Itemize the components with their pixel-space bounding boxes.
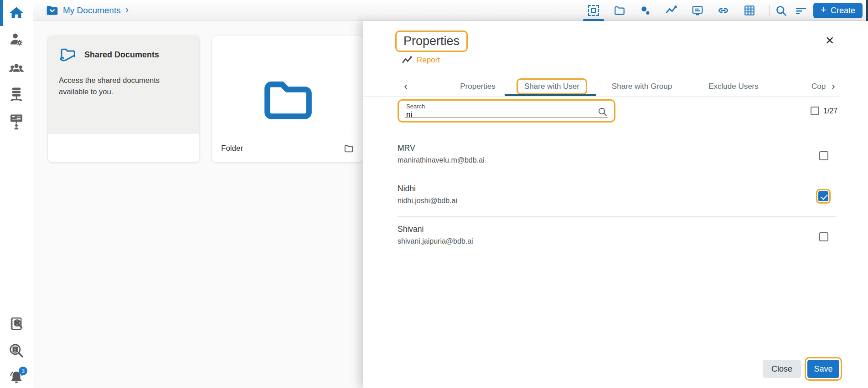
user-email: nidhi.joshi@bdb.ai <box>398 197 836 205</box>
search-magnifier-icon[interactable] <box>597 107 608 117</box>
breadcrumb-label: My Documents <box>63 5 121 15</box>
folder-large-icon <box>261 77 315 121</box>
select-all-checkbox[interactable] <box>811 107 819 115</box>
panel-tabs: ‹ Properties Share with User Share with … <box>363 77 839 97</box>
selection-counter: 1/27 <box>811 107 837 115</box>
user-settings-icon[interactable] <box>9 32 24 47</box>
folder-type-icon <box>343 143 354 153</box>
notifications-bell-icon[interactable]: 3 <box>9 370 24 385</box>
user-row[interactable]: Nidhi nidhi.joshi@bdb.ai <box>398 176 836 217</box>
create-button[interactable]: + Create <box>813 3 863 18</box>
topbar: My Documents › <box>33 0 868 21</box>
user-search-field[interactable]: Search <box>398 99 615 123</box>
data-search-icon[interactable] <box>9 343 24 358</box>
tab-properties[interactable]: Properties <box>450 77 505 97</box>
canvas-view-icon[interactable] <box>587 0 599 21</box>
user-checkbox[interactable] <box>818 191 828 201</box>
tab-share-with-user[interactable]: Share with User <box>517 78 587 95</box>
breadcrumb-chevron-icon: › <box>125 5 129 15</box>
user-row[interactable]: MRV manirathinavelu.m@bdb.ai <box>398 136 836 176</box>
search-field-label: Search <box>406 103 425 110</box>
active-tab-underline <box>505 94 596 96</box>
user-groups-icon[interactable] <box>9 61 24 77</box>
user-list: MRV manirathinavelu.m@bdb.ai Nidhi nidhi… <box>398 136 836 257</box>
panel-title: Properties <box>403 34 460 48</box>
line-chart-view-icon[interactable] <box>665 0 677 21</box>
breadcrumb[interactable]: My Documents › <box>46 0 129 21</box>
active-item-indicator <box>0 0 3 26</box>
link-view-icon[interactable] <box>717 0 729 21</box>
breadcrumb-folder-icon <box>46 5 58 16</box>
scatter-view-icon[interactable] <box>639 0 651 21</box>
shared-card-description: Access the shared documents available to… <box>48 63 199 97</box>
sidebar: 3 <box>0 0 33 388</box>
training-presentation-icon[interactable] <box>9 114 24 129</box>
shared-card-title: Shared Documents <box>84 50 159 60</box>
panel-title-highlight: Properties <box>395 31 468 52</box>
grid-view-icon[interactable] <box>743 0 755 21</box>
save-button-highlight: Save <box>805 357 842 381</box>
user-row[interactable]: Shivani shivani.jaipuria@bdb.ai <box>398 217 836 257</box>
panel-edge <box>866 0 868 21</box>
shared-documents-card[interactable]: Shared Documents Access the shared docum… <box>48 36 199 162</box>
user-email: manirathinavelu.m@bdb.ai <box>398 156 836 164</box>
tabs-scroll-right-icon[interactable]: › <box>829 77 838 97</box>
shared-folder-icon <box>59 46 78 63</box>
report-chart-icon <box>402 56 412 64</box>
tab-exclude-users[interactable]: Exclude Users <box>697 77 770 97</box>
user-name: MRV <box>398 136 836 153</box>
data-catalog-search-icon[interactable] <box>9 317 24 332</box>
create-button-label: Create <box>831 6 855 15</box>
folder-card-footer: Folder <box>212 134 363 162</box>
folder-card[interactable]: Folder <box>212 36 363 162</box>
notification-badge: 3 <box>19 367 27 375</box>
user-name: Nidhi <box>398 176 836 194</box>
close-icon[interactable]: × <box>822 32 838 48</box>
user-email: shivani.jaipuria@bdb.ai <box>398 237 836 245</box>
folder-card-label: Folder <box>221 144 243 153</box>
tabs-scroll-left-icon[interactable]: ‹ <box>401 77 410 97</box>
user-checkbox[interactable] <box>819 232 828 241</box>
folder-view-icon[interactable] <box>613 0 625 21</box>
search-icon[interactable] <box>775 0 787 21</box>
tab-share-with-group[interactable]: Share with Group <box>605 77 678 97</box>
save-button[interactable]: Save <box>807 360 839 378</box>
properties-panel: Properties × Report ‹ Properties Share w… <box>363 21 868 388</box>
data-center-icon[interactable] <box>9 87 24 102</box>
tab-copy-clipped[interactable]: Cop <box>811 77 829 97</box>
toolbar-divider <box>769 5 770 16</box>
view-toolbar: + Create <box>587 0 868 21</box>
board-view-icon[interactable] <box>691 0 703 21</box>
filter-sort-icon[interactable] <box>795 0 807 21</box>
close-button[interactable]: Close <box>763 360 801 378</box>
home-icon[interactable] <box>9 5 24 20</box>
item-type-row[interactable]: Report <box>402 56 440 65</box>
search-input[interactable] <box>406 110 579 119</box>
search-field-underline <box>405 117 608 118</box>
selection-count-label: 1/27 <box>823 107 837 115</box>
item-type-label: Report <box>417 56 440 65</box>
shared-card-footer <box>48 134 199 162</box>
user-checkbox[interactable] <box>819 151 828 160</box>
plus-icon: + <box>821 5 827 15</box>
user-name: Shivani <box>398 217 836 234</box>
